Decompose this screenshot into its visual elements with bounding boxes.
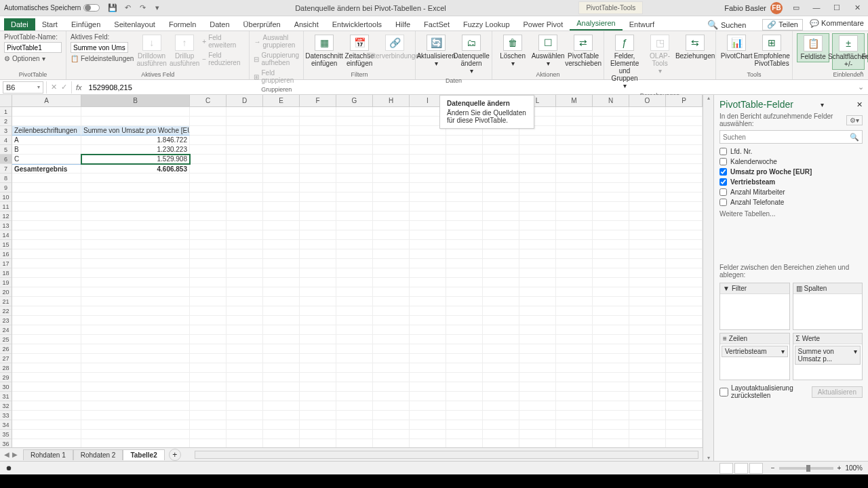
cell-G2[interactable] (336, 117, 373, 126)
cell-H33[interactable] (373, 411, 410, 420)
cell-J5[interactable] (446, 145, 483, 155)
column-header-D[interactable]: D (226, 95, 263, 106)
cell-G32[interactable] (336, 401, 373, 411)
cell-H1[interactable] (373, 107, 410, 117)
cell-F8[interactable] (300, 174, 336, 183)
cell-D19[interactable] (226, 278, 263, 287)
add-sheet-button[interactable]: + (169, 449, 181, 461)
cell-E4[interactable] (263, 136, 300, 145)
cell-E23[interactable] (263, 316, 300, 325)
cell-A32[interactable] (12, 401, 81, 411)
cell-M1[interactable] (556, 107, 593, 117)
field-panel-close-icon[interactable]: ✕ (856, 100, 863, 109)
cell-N34[interactable] (593, 420, 629, 430)
cell-O23[interactable] (629, 316, 666, 325)
cell-N32[interactable] (593, 401, 629, 411)
cell-D34[interactable] (226, 420, 263, 430)
cell-J4[interactable] (446, 136, 483, 145)
cell-M30[interactable] (556, 382, 593, 392)
cell-L23[interactable] (519, 316, 556, 325)
cell-D11[interactable] (226, 202, 263, 211)
cell-M22[interactable] (556, 306, 593, 316)
cell-F17[interactable] (300, 259, 336, 268)
cell-G30[interactable] (336, 382, 373, 392)
more-tables-link[interactable]: Weitere Tabellen... (719, 210, 863, 218)
cell-M23[interactable] (556, 316, 593, 325)
field-item-2[interactable]: Umsatz pro Woche [EUR] (719, 167, 863, 177)
cell-G27[interactable] (336, 354, 373, 363)
cell-I34[interactable] (410, 420, 446, 430)
cell-D7[interactable] (226, 164, 263, 174)
cell-L6[interactable] (519, 155, 556, 164)
cell-L21[interactable] (519, 297, 556, 306)
cell-F30[interactable] (300, 382, 336, 392)
cell-N26[interactable] (593, 344, 629, 354)
cell-G8[interactable] (336, 174, 373, 183)
cell-E35[interactable] (263, 430, 300, 439)
cell-O33[interactable] (629, 411, 666, 420)
cell-G15[interactable] (336, 240, 373, 249)
cell-E25[interactable] (263, 335, 300, 344)
column-header-C[interactable]: C (190, 95, 226, 106)
cell-J28[interactable] (446, 363, 483, 373)
cell-C17[interactable] (190, 259, 226, 268)
cell-N21[interactable] (593, 297, 629, 306)
cell-E12[interactable] (263, 211, 300, 221)
cell-E24[interactable] (263, 325, 300, 335)
row-header-18[interactable]: 18 (0, 268, 12, 278)
cell-I6[interactable] (410, 155, 446, 164)
cell-M32[interactable] (556, 401, 593, 411)
cell-D9[interactable] (226, 183, 263, 192)
cell-E13[interactable] (263, 221, 300, 230)
cell-F35[interactable] (300, 430, 336, 439)
cell-N10[interactable] (593, 192, 629, 202)
cell-N6[interactable] (593, 155, 629, 164)
cell-H13[interactable] (373, 221, 410, 230)
row-header-19[interactable]: 19 (0, 278, 12, 287)
cell-B23[interactable] (81, 316, 190, 325)
cell-G17[interactable] (336, 259, 373, 268)
cell-K22[interactable] (483, 306, 519, 316)
cell-I5[interactable] (410, 145, 446, 155)
cell-E28[interactable] (263, 363, 300, 373)
tab-help[interactable]: Hilfe (389, 18, 417, 30)
field-checkbox-2[interactable] (719, 168, 727, 176)
cell-H4[interactable] (373, 136, 410, 145)
cell-J19[interactable] (446, 278, 483, 287)
cell-C14[interactable] (190, 230, 226, 240)
column-header-A[interactable]: A (12, 95, 81, 106)
cell-D4[interactable] (226, 136, 263, 145)
search-label[interactable]: Suchen (721, 21, 746, 29)
search-icon[interactable]: 🔍 (850, 133, 859, 142)
cell-F23[interactable] (300, 316, 336, 325)
tab-view[interactable]: Ansicht (288, 18, 326, 30)
cell-K23[interactable] (483, 316, 519, 325)
cell-G34[interactable] (336, 420, 373, 430)
cell-L20[interactable] (519, 287, 556, 297)
cell-B32[interactable] (81, 401, 190, 411)
zoom-in-icon[interactable]: + (837, 464, 842, 472)
cell-N27[interactable] (593, 354, 629, 363)
fx-icon[interactable]: fx (76, 83, 82, 92)
cell-A15[interactable] (12, 240, 81, 249)
cell-C6[interactable] (190, 155, 226, 164)
cell-B24[interactable] (81, 325, 190, 335)
cell-I18[interactable] (410, 268, 446, 278)
cell-F18[interactable] (300, 268, 336, 278)
cell-I27[interactable] (410, 354, 446, 363)
column-header-B[interactable]: B (81, 95, 190, 106)
tab-insert[interactable]: Einfügen (64, 18, 107, 30)
cell-O3[interactable] (629, 126, 666, 136)
cell-A12[interactable] (12, 211, 81, 221)
cell-K9[interactable] (483, 183, 519, 192)
cell-E31[interactable] (263, 392, 300, 401)
cell-K36[interactable] (483, 439, 519, 447)
row-header-27[interactable]: 27 (0, 354, 12, 363)
cell-L8[interactable] (519, 174, 556, 183)
cell-F16[interactable] (300, 249, 336, 259)
cell-C13[interactable] (190, 221, 226, 230)
cell-C16[interactable] (190, 249, 226, 259)
search-icon[interactable]: 🔍 (707, 20, 718, 30)
cell-M33[interactable] (556, 411, 593, 420)
columns-area[interactable]: ▥Spalten (793, 283, 863, 330)
